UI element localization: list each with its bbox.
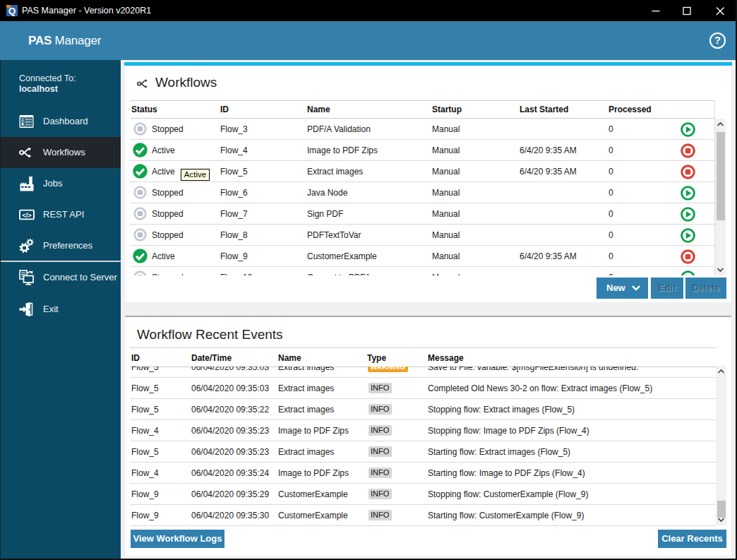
svg-text:</>: </> bbox=[22, 212, 31, 219]
